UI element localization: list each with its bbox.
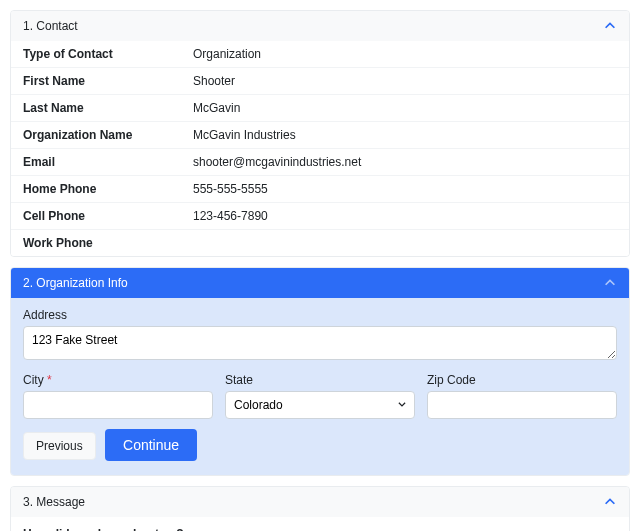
field-label: First Name: [23, 74, 193, 88]
continue-button[interactable]: Continue: [105, 429, 197, 461]
field-label: Cell Phone: [23, 209, 193, 223]
section-org-header[interactable]: 2. Organization Info: [11, 268, 629, 298]
section-contact-title: 1. Contact: [23, 19, 78, 33]
city-group: City *: [23, 373, 213, 419]
previous-button[interactable]: Previous: [23, 432, 96, 460]
field-value: 555-555-5555: [193, 182, 268, 196]
zip-input[interactable]: [427, 391, 617, 419]
state-group: State Colorado: [225, 373, 415, 419]
field-value: McGavin Industries: [193, 128, 296, 142]
field-row: Cell Phone 123-456-7890: [11, 203, 629, 230]
section-message: 3. Message How did you hear about us? Pl…: [10, 486, 630, 531]
state-label: State: [225, 373, 415, 387]
field-value: Organization: [193, 47, 261, 61]
address-label: Address: [23, 308, 617, 322]
zip-label: Zip Code: [427, 373, 617, 387]
field-value: McGavin: [193, 101, 240, 115]
state-select[interactable]: Colorado: [225, 391, 415, 419]
field-label: Type of Contact: [23, 47, 193, 61]
field-label: Work Phone: [23, 236, 193, 250]
field-row: Email shooter@mcgavinindustries.net: [11, 149, 629, 176]
field-row: Type of Contact Organization: [11, 41, 629, 68]
section-org-body: Address City * State Colorado: [11, 298, 629, 475]
field-value: Shooter: [193, 74, 235, 88]
required-mark: *: [47, 373, 52, 387]
city-label: City *: [23, 373, 213, 387]
section-org: 2. Organization Info Address City * Stat…: [10, 267, 630, 476]
field-row: Organization Name McGavin Industries: [11, 122, 629, 149]
message-row: How did you hear about us?: [11, 521, 629, 531]
button-row: Previous Continue: [23, 429, 617, 461]
field-row: Last Name McGavin: [11, 95, 629, 122]
chevron-up-icon: [603, 276, 617, 290]
field-label: Home Phone: [23, 182, 193, 196]
field-label: Organization Name: [23, 128, 193, 142]
field-label: Email: [23, 155, 193, 169]
field-label: Last Name: [23, 101, 193, 115]
address-input[interactable]: [23, 326, 617, 360]
section-org-title: 2. Organization Info: [23, 276, 128, 290]
address-row: City * State Colorado Zip Code: [23, 373, 617, 419]
field-row: First Name Shooter: [11, 68, 629, 95]
city-input[interactable]: [23, 391, 213, 419]
chevron-up-icon: [603, 495, 617, 509]
section-contact-body: Type of Contact Organization First Name …: [11, 41, 629, 256]
zip-group: Zip Code: [427, 373, 617, 419]
section-contact-header[interactable]: 1. Contact: [11, 11, 629, 41]
field-value: shooter@mcgavinindustries.net: [193, 155, 361, 169]
chevron-up-icon: [603, 19, 617, 33]
section-message-title: 3. Message: [23, 495, 85, 509]
section-message-header[interactable]: 3. Message: [11, 487, 629, 517]
field-value: 123-456-7890: [193, 209, 268, 223]
section-contact: 1. Contact Type of Contact Organization …: [10, 10, 630, 257]
field-row: Work Phone: [11, 230, 629, 256]
section-message-body: How did you hear about us? Please tell u…: [11, 517, 629, 531]
address-group: Address: [23, 308, 617, 363]
field-row: Home Phone 555-555-5555: [11, 176, 629, 203]
